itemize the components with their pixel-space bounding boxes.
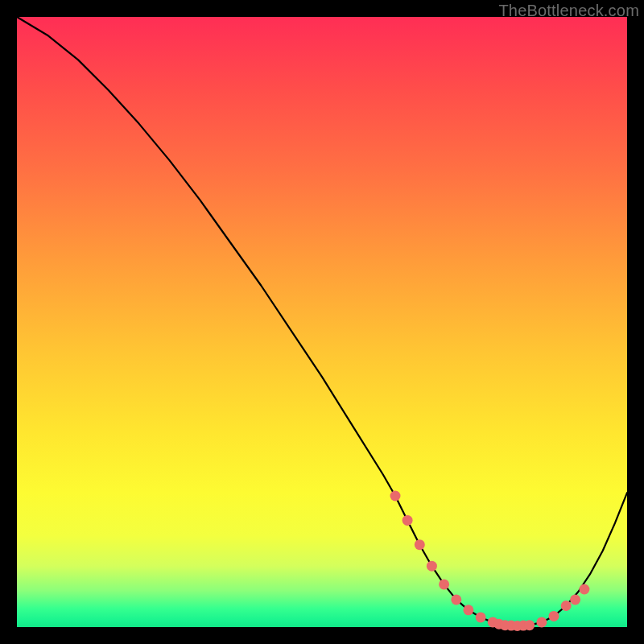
- sweet-spot-dot: [463, 605, 473, 615]
- chart-frame: TheBottleneck.com: [0, 0, 644, 644]
- plot-area: [17, 17, 627, 627]
- sweet-spot-dot: [561, 601, 572, 611]
- sweet-spot-dot: [451, 594, 461, 605]
- sweet-spot-dot: [549, 611, 559, 621]
- sweet-spot-dot: [579, 584, 589, 595]
- bottleneck-curve: [17, 17, 627, 626]
- chart-svg: [17, 17, 627, 627]
- bottleneck-curve-path: [17, 17, 627, 626]
- sweet-spot-dot: [415, 539, 425, 550]
- sweet-spot-dot: [439, 579, 449, 589]
- sweet-spot-dot: [536, 617, 547, 627]
- sweet-spot-dot: [427, 561, 437, 572]
- sweet-spot-dot: [476, 612, 486, 622]
- sweet-spot-dot: [390, 491, 401, 502]
- sweet-spot-dot: [570, 594, 580, 605]
- watermark-text: TheBottleneck.com: [498, 2, 639, 20]
- sweet-spot-dot: [524, 620, 535, 630]
- sweet-spot-dots: [390, 491, 590, 632]
- sweet-spot-dot: [402, 515, 413, 526]
